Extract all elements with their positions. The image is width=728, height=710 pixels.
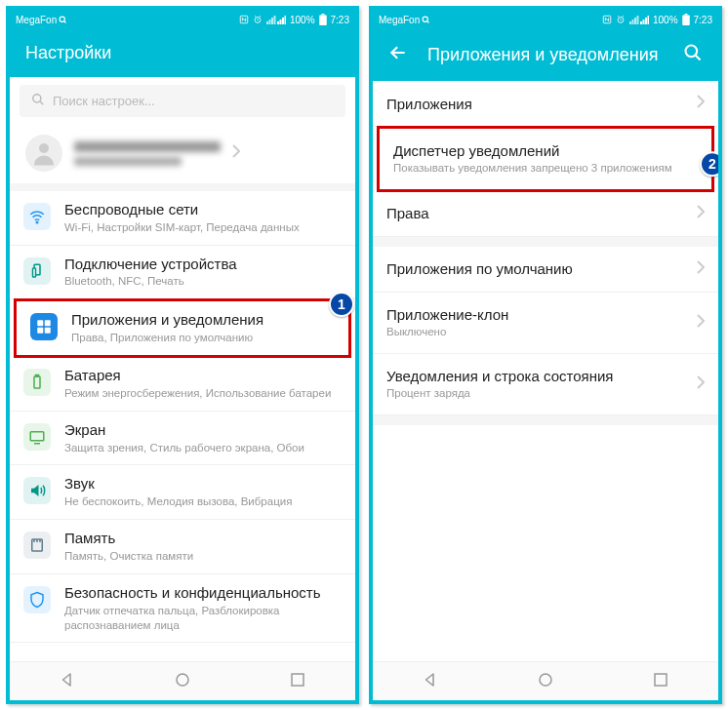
apps-icon [30, 313, 58, 340]
sound-item[interactable]: Звук Не беспокоить, Мелодия вызова, Вибр… [10, 465, 355, 520]
carrier-label: MegaFon [16, 15, 57, 25]
svg-rect-14 [37, 328, 43, 334]
svg-rect-18 [30, 432, 44, 441]
svg-rect-17 [36, 375, 39, 377]
item-title: Приложения и уведомления [71, 311, 337, 330]
clock-time: 7:23 [694, 15, 712, 25]
svg-rect-21 [292, 674, 303, 686]
memory-icon [23, 532, 51, 559]
svg-line-1 [64, 20, 66, 22]
apps-item[interactable]: Приложения [373, 81, 718, 127]
item-title: Приложения [386, 96, 697, 112]
search-input[interactable]: Поиск настроек... [20, 85, 345, 117]
security-item[interactable]: Безопасность и конфиденциальность Датчик… [10, 574, 355, 644]
svg-rect-16 [34, 376, 40, 388]
section-divider [373, 237, 718, 247]
item-title: Звук [64, 475, 344, 493]
carrier-label: MegaFon [379, 15, 420, 25]
permissions-item[interactable]: Права [373, 191, 718, 237]
signal-dual-icon [266, 15, 286, 24]
nav-back-button[interactable] [59, 671, 76, 692]
chevron-right-icon [697, 375, 705, 393]
item-sub: Права, Приложения по умолчанию [71, 331, 337, 345]
header-search-button[interactable] [683, 43, 703, 67]
nav-bar [373, 661, 718, 700]
battery-item[interactable]: Батарея Режим энергосбережения, Использо… [10, 357, 355, 412]
item-sub: Процент заряда [386, 386, 697, 401]
account-text-blurred [74, 141, 221, 166]
notification-manager-item[interactable]: Диспетчер уведомлений Показывать уведомл… [380, 129, 711, 189]
svg-point-6 [33, 95, 41, 102]
search-small-icon [59, 16, 67, 24]
item-title: Батарея [64, 367, 344, 385]
nav-home-button[interactable] [537, 671, 554, 692]
search-icon [31, 93, 45, 109]
svg-rect-11 [33, 268, 36, 277]
item-title: Диспетчер уведомлений [393, 142, 698, 159]
left-phone-frame: MegaFon 100% 7:23 Настройки Поиск настро… [6, 6, 359, 704]
step-badge-2: 2 [700, 151, 718, 177]
item-title: Экран [64, 421, 344, 440]
svg-rect-4 [319, 16, 327, 26]
svg-rect-12 [37, 321, 43, 327]
app-clone-item[interactable]: Приложение-клон Выключено [373, 293, 718, 354]
account-row[interactable] [10, 125, 355, 191]
svg-rect-15 [45, 328, 51, 334]
clock-time: 7:23 [331, 15, 349, 25]
default-apps-item[interactable]: Приложения по умолчанию [373, 247, 718, 293]
svg-point-30 [540, 674, 551, 686]
signal-dual-icon [629, 15, 649, 24]
nav-back-button[interactable] [422, 671, 439, 692]
battery-percent: 100% [653, 15, 678, 25]
item-sub: Bluetooth, NFC, Печать [64, 274, 344, 289]
svg-line-7 [40, 101, 44, 105]
item-title: Приложения по умолчанию [386, 260, 697, 277]
svg-point-8 [39, 143, 49, 153]
status-bar: MegaFon 100% 7:23 [373, 10, 718, 29]
status-notifications-item[interactable]: Уведомления и строка состояния Процент з… [373, 354, 718, 415]
nav-bar [10, 661, 355, 700]
wifi-icon [23, 203, 51, 230]
nfc-icon [602, 15, 612, 24]
apps-notifications-item[interactable]: Приложения и уведомления Права, Приложен… [17, 301, 348, 355]
back-button[interactable] [388, 43, 408, 67]
svg-point-0 [60, 17, 64, 21]
nav-recents-button[interactable] [289, 671, 306, 692]
item-sub: Защита зрения, Стиль рабочего экрана, Об… [64, 441, 344, 455]
svg-point-22 [423, 17, 427, 21]
svg-point-28 [686, 46, 698, 58]
item-title: Приложение-клон [386, 306, 697, 323]
chevron-right-icon [697, 95, 705, 112]
wireless-item[interactable]: Беспроводные сети Wi-Fi, Настройки SIM-к… [10, 191, 355, 246]
display-item[interactable]: Экран Защита зрения, Стиль рабочего экра… [10, 412, 355, 466]
devices-item[interactable]: Подключение устройства Bluetooth, NFC, П… [10, 246, 355, 300]
svg-rect-13 [45, 321, 51, 327]
item-sub: Wi-Fi, Настройки SIM-карт, Передача данн… [64, 220, 344, 235]
search-placeholder: Поиск настроек... [53, 94, 155, 108]
apps-header: Приложения и уведомления [373, 29, 718, 81]
shield-icon [23, 586, 51, 613]
status-bar: MegaFon 100% 7:23 [10, 10, 355, 29]
display-icon [23, 423, 51, 451]
chevron-right-icon [697, 260, 705, 278]
bluetooth-icon [23, 257, 51, 285]
sound-icon [23, 477, 51, 504]
svg-rect-26 [682, 16, 690, 26]
memory-item[interactable]: Память Память, Очистка памяти [10, 520, 355, 574]
svg-line-29 [696, 56, 701, 60]
item-title: Подключение устройства [64, 256, 344, 274]
chevron-right-icon [697, 314, 705, 332]
item-sub: Режим энергосбережения, Использование ба… [64, 386, 344, 401]
alarm-icon [253, 15, 263, 24]
item-title: Безопасность и конфиденциальность [64, 584, 344, 603]
battery-item-icon [23, 369, 51, 396]
svg-rect-5 [321, 14, 324, 16]
nav-recents-button[interactable] [652, 671, 669, 692]
item-title: Права [386, 205, 697, 221]
item-title: Беспроводные сети [64, 201, 344, 219]
nav-home-button[interactable] [174, 671, 191, 692]
apps-settings-list: Приложения 2 Диспетчер уведомлений Показ… [373, 81, 718, 661]
svg-rect-31 [655, 674, 667, 686]
alarm-icon [616, 15, 626, 24]
right-phone-frame: MegaFon 100% 7:23 Приложения и уведомлен… [369, 6, 722, 704]
